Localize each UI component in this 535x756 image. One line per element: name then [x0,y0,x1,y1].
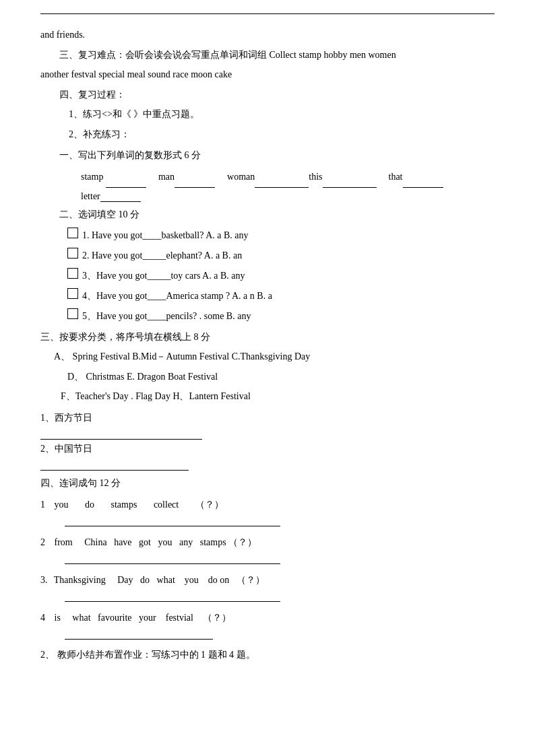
q2-text: 2. Have you got_____elephant? A. a B. an [82,246,242,265]
s2-answer-line [65,552,280,564]
section4-title: 四、连词成句 12 分 [40,475,495,493]
q4-row: 4、Have you got____America stamp ? A. a n… [67,287,495,306]
festival-line1: A、 Spring Festival B.Mid－Autumn Festival… [54,348,495,366]
s2-words: from China have got you any stamps （？） [55,537,257,547]
word-that: that [389,166,443,188]
s4-answer-line [65,627,213,640]
s1-words: you do stamps collect （？） [55,500,224,510]
q1-text: 1. Have you got____basketball? A. a B. a… [82,226,249,245]
q1-paren [67,228,78,238]
blank-stamp [106,166,146,188]
blank-woman [255,166,309,188]
word-letter: letter [81,191,141,201]
s3-answer-line [65,590,280,602]
s1-num: 1 [40,500,45,510]
intro-line5: 1、练习<>和《 》中重点习题。 [40,106,495,124]
q2-row: 2. Have you got_____elephant? A. a B. an [67,246,495,265]
s4-words: is what favourite your festvial （？） [55,613,231,623]
sentence1: 1 you do stamps collect （？） [40,495,495,514]
blank-this [323,166,377,188]
q3-paren [67,268,78,279]
q1-row: 1. Have you got____basketball? A. a B. a… [67,226,495,245]
section2-items: 1. Have you got____basketball? A. a B. a… [40,226,495,326]
q3-text: 3、Have you got_____toy cars A. a B. any [82,267,245,285]
category1: 1、西方节日 [40,409,495,440]
intro-line3: another festval special meal sound race … [40,66,495,84]
q4-text: 4、Have you got____America stamp ? A. a n… [82,287,272,306]
s2-num: 2 [40,537,45,547]
s3-num: 3. [40,575,48,585]
intro-line4: 四、复习过程： [40,86,495,104]
category2-label: 2、中国节日 [40,444,92,454]
word-stamp: stamp [81,166,146,188]
word-letter-row: letter [40,191,495,202]
category2: 2、中国节日 [40,440,495,471]
blank-man [175,166,215,188]
q3-row: 3、Have you got_____toy cars A. a B. any [67,267,495,285]
q4-paren [67,288,78,299]
section3-title: 三、按要求分类，将序号填在横线上 8 分 [40,329,495,347]
sentence4: 4 is what favourite your festvial （？） [40,609,495,627]
s1-answer-line [65,514,280,526]
q5-paren [67,308,78,319]
sentence2: 2 from China have got you any stamps （？） [40,533,495,552]
word-man: man [158,166,215,188]
q5-row: 5、Have you got____pencils? . some B. any [67,307,495,326]
category1-blank [40,429,202,440]
q2-paren [67,248,78,259]
festival-line2: D、 Christmas E. Dragon Boat Festival [54,368,495,386]
sentence3: 3. Thanksgiving Day do what you do on （？… [40,571,495,590]
section1-title: 一、写出下列单词的复数形式 6 分 [40,147,495,165]
s4-num: 4 [40,613,45,623]
festival-line3: F、Teacher's Day . Flag Day H、Lantern Fes… [54,388,495,406]
blank-letter [100,191,141,202]
footer-line: 2、 教师小结并布置作业：写练习中的 1 题和 4 题。 [40,646,495,664]
intro-line1: and friends. [40,26,495,44]
q5-text: 5、Have you got____pencils? . some B. any [82,307,251,326]
category1-label: 1、西方节日 [40,413,92,423]
s3-words: Thanksgiving Day do what you do on （？） [54,575,265,585]
section1-words: stamp man woman this that [40,166,495,188]
section3-festivals: A、 Spring Festival B.Mid－Autumn Festival… [40,348,495,406]
word-woman: woman this [227,166,376,188]
top-divider [40,13,495,14]
section2-title: 二、选词填空 10 分 [40,206,495,224]
intro-line2: 三、复习难点：会听会读会说会写重点单词和词组 Collect stamp hob… [40,46,495,65]
blank-that [403,166,443,188]
section4-items: 1 you do stamps collect （？） 2 from China… [40,495,495,640]
intro-line6: 2、补充练习： [40,126,495,144]
category2-blank [40,460,189,471]
